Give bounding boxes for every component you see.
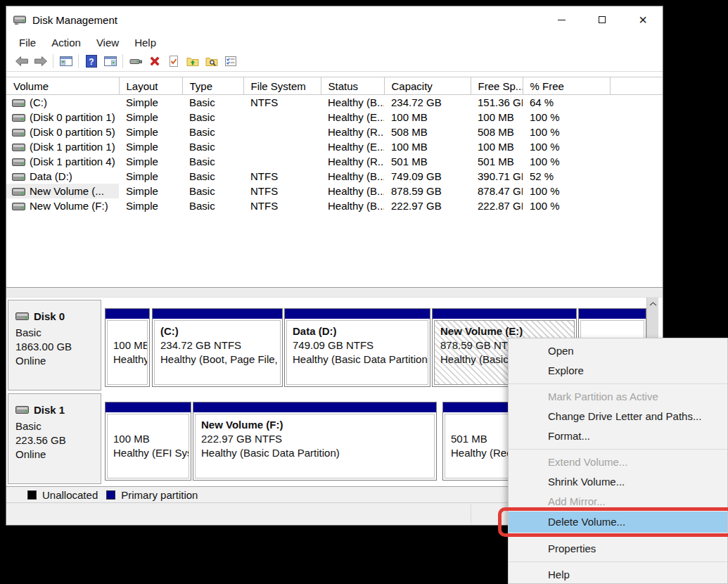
table-cell: Healthy (E... [321, 110, 384, 125]
disk-header-panel-disk-0[interactable]: Disk 0Basic1863.00 GBOnline [8, 300, 101, 391]
action-pane-icon[interactable] [101, 53, 120, 70]
partition-color-bar [106, 402, 191, 412]
menu-item-help[interactable]: Help [509, 565, 727, 584]
window-title: Disk Management [32, 14, 117, 26]
disk-size: 1863.00 GB [15, 340, 101, 354]
toolbar-separator [53, 54, 53, 68]
table-cell: Basic [182, 95, 243, 110]
partition-status: Healthy (EFI Syst [113, 446, 189, 460]
partition-status: Healthy [113, 353, 147, 367]
table-cell: Basic [182, 110, 243, 125]
menu-item-properties[interactable]: Properties [509, 539, 727, 559]
minimize-icon [558, 20, 566, 20]
drive-icon [12, 111, 30, 123]
partition-size: 234.72 GB NTFS [160, 338, 280, 353]
volume-row[interactable]: (Disk 1 partition 1)SimpleBasicHealthy (… [6, 139, 663, 154]
volume-name-cell: (C:) [6, 95, 119, 110]
volume-name-cell: New Volume (F:) [6, 198, 119, 213]
menu-item-delete-volume[interactable]: Delete Volume... [509, 512, 727, 533]
partition-color-bar [579, 309, 646, 319]
partition-box-unlabeled[interactable]: 100 MBHealthy (EFI Syst [105, 402, 191, 481]
column-header-free[interactable]: % Free [523, 77, 610, 95]
volume-row[interactable]: (Disk 0 partition 1)SimpleBasicHealthy (… [6, 110, 663, 125]
disk-management-app-icon [13, 15, 26, 25]
minimize-button[interactable] [549, 9, 573, 30]
help-icon[interactable]: ? [82, 53, 101, 70]
menu-item-shrink-volume[interactable]: Shrink Volume... [509, 472, 727, 492]
partition-box-c[interactable]: (C:)234.72 GB NTFSHealthy (Boot, Page Fi… [152, 308, 283, 387]
table-cell: 390.71 GB [471, 169, 523, 184]
menu-file[interactable]: File [11, 37, 44, 49]
partition-box-unlabeled[interactable]: 100 MBHealthy [105, 308, 150, 387]
legend-label: Primary partition [121, 489, 198, 501]
menu-item-extend-volume: Extend Volume... [509, 452, 727, 472]
partition-status: Healthy (Basic Data Partition [293, 353, 428, 367]
table-cell: Healthy (E... [321, 139, 384, 154]
menu-help[interactable]: Help [127, 37, 164, 49]
table-cell: 100 MB [471, 110, 523, 125]
volume-row[interactable]: New Volume (F:)SimpleBasicNTFSHealthy (B… [6, 198, 663, 213]
column-header-layout[interactable]: Layout [119, 77, 182, 95]
column-header-volume[interactable]: Volume [6, 77, 119, 95]
volume-row[interactable]: New Volume (...SimpleBasicNTFSHealthy (B… [6, 184, 663, 198]
volume-row[interactable]: (Disk 0 partition 5)SimpleBasicHealthy (… [6, 125, 663, 139]
table-cell: 100 MB [471, 139, 523, 154]
disk-header-panel-disk-1[interactable]: Disk 1Basic223.56 GBOnline [8, 393, 101, 484]
toolbar-separator [122, 54, 123, 68]
table-cell: Basic [182, 169, 243, 184]
table-cell: Healthy (B... [321, 184, 384, 198]
document-check-icon[interactable] [164, 53, 183, 70]
partition-info: New Volume (F:)222.97 GB NTFSHealthy (Ba… [195, 414, 435, 478]
folder-up-arrow-icon[interactable] [183, 53, 202, 70]
partition-box-data-d[interactable]: Data (D:)749.09 GB NTFSHealthy (Basic Da… [284, 308, 430, 387]
menu-action[interactable]: Action [44, 37, 89, 49]
disk-name-label: Disk 1 [34, 403, 65, 417]
table-cell: Simple [119, 154, 182, 169]
maximize-button[interactable] [590, 9, 614, 30]
folder-magnifier-icon[interactable] [202, 53, 221, 70]
table-cell: Healthy (R... [321, 125, 384, 139]
partition-name: Data (D:) [293, 324, 428, 338]
partition-name: New Volume (F:) [201, 418, 434, 432]
close-icon: × [639, 13, 647, 27]
forward-arrow-icon[interactable] [31, 53, 50, 70]
disk-icon [15, 310, 29, 324]
panel-splitter[interactable] [6, 287, 663, 298]
column-header-file-system[interactable]: File System [243, 77, 321, 95]
legend-item-unallocated: Unallocated [27, 489, 98, 501]
table-cell: Basic [182, 154, 243, 169]
red-x-icon[interactable] [145, 53, 164, 70]
partition-info: Data (D:)749.09 GB NTFSHealthy (Basic Da… [286, 320, 428, 385]
column-header-status[interactable]: Status [321, 77, 384, 95]
volume-name-cell: Data (D:) [6, 169, 119, 184]
menu-view[interactable]: View [89, 37, 127, 49]
column-header-type[interactable]: Type [182, 77, 243, 95]
toolbar-separator [78, 54, 79, 68]
volume-row[interactable]: Data (D:)SimpleBasicNTFSHealthy (B...749… [6, 169, 663, 184]
column-header-free-sp[interactable]: Free Sp... [471, 77, 523, 95]
table-cell: Healthy (B... [321, 169, 384, 184]
table-cell: Basic [182, 139, 243, 154]
table-cell: 151.36 GB [471, 95, 523, 110]
close-button[interactable]: × [631, 9, 655, 30]
partition-box-new-volume-f[interactable]: New Volume (F:)222.97 GB NTFSHealthy (Ba… [193, 402, 437, 481]
title-bar: Disk Management × [6, 6, 663, 33]
table-cell [243, 154, 321, 169]
menu-item-explore[interactable]: Explore [509, 361, 727, 381]
volume-row[interactable]: (Disk 1 partition 4)SimpleBasicHealthy (… [6, 154, 663, 169]
table-cell-filler [610, 139, 663, 154]
drive-icon [12, 126, 30, 138]
checklist-icon[interactable] [221, 53, 240, 70]
console-tree-icon[interactable] [56, 53, 75, 70]
table-cell: NTFS [243, 198, 321, 213]
menu-item-format[interactable]: Format... [509, 426, 727, 446]
context-menu: OpenExploreMark Partition as ActiveChang… [508, 338, 728, 584]
menu-item-open[interactable]: Open [509, 341, 727, 361]
volume-row[interactable]: (C:)SimpleBasicNTFSHealthy (B...234.72 G… [6, 95, 663, 110]
column-header-capacity[interactable]: Capacity [384, 77, 471, 95]
table-cell: 878.47 GB [471, 184, 523, 198]
menu-item-change-drive-letter-and-paths[interactable]: Change Drive Letter and Paths... [509, 407, 727, 426]
back-arrow-icon[interactable] [12, 53, 31, 70]
drive-icon[interactable] [126, 53, 145, 70]
table-cell: NTFS [243, 95, 321, 110]
